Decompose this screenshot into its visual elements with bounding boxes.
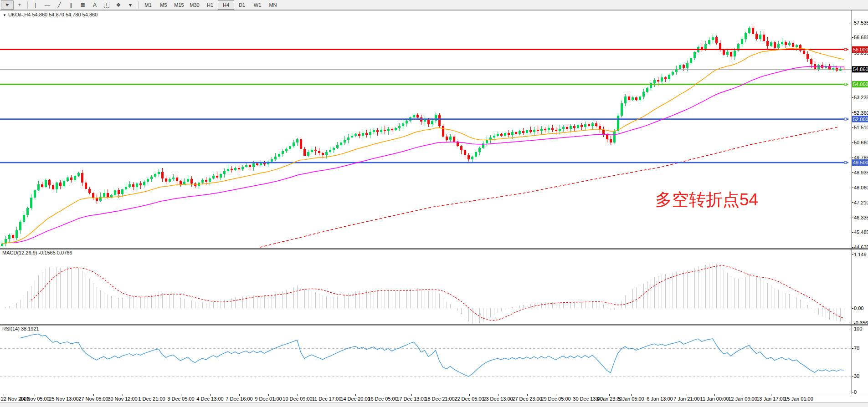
status-bar [0,402,868,407]
macd-indicator-label: MACD(12,26,9) -0.1565 0.0766 [2,250,72,255]
svg-text:27 Nov 05:00: 27 Nov 05:00 [78,396,108,402]
svg-text:5 Jan 05:00: 5 Jan 05:00 [618,396,644,402]
svg-text:11 Jan 00:00: 11 Jan 00:00 [700,396,729,402]
horizontal-line-tool-button[interactable]: — [41,1,53,9]
equidistant-channel-tool-icon: ∥ [70,2,72,8]
svg-text:49.500: 49.500 [853,160,868,165]
horizontal-line-tool-icon: — [45,2,50,8]
arrows-tool-icon: ❖ [116,2,121,8]
svg-text:30: 30 [854,373,859,379]
main-chart-canvas[interactable]: 57.53556.68555.81053.23552.36051.51050.6… [0,10,868,249]
svg-text:54.000: 54.000 [853,81,868,87]
svg-text:48.935: 48.935 [854,170,868,175]
svg-text:14 Dec 20:00: 14 Dec 20:00 [340,396,370,402]
svg-text:53.235: 53.235 [854,95,868,100]
svg-text:24 Nov 05:00: 24 Nov 05:00 [20,396,49,402]
svg-text:44.635: 44.635 [854,244,868,249]
svg-text:22 Dec 05:00: 22 Dec 05:00 [454,396,484,402]
timeframe-h4-button[interactable]: H4 [218,0,234,10]
timeframe-m30-button[interactable]: M30 [187,1,202,9]
svg-text:52.360: 52.360 [854,110,868,116]
toolbar-separator [27,1,28,9]
svg-text:48.060: 48.060 [854,185,868,190]
toolbar: ➤+|—╱∥≣AT❖▾M1M5M15M30H1H4D1W1MN [0,0,868,10]
svg-text:12 Jan 09:00: 12 Jan 09:00 [728,396,757,402]
svg-text:-0.3563: -0.3563 [854,320,868,325]
svg-text:50.660: 50.660 [854,140,868,145]
svg-text:46.335: 46.335 [854,215,868,220]
fibonacci-tool-icon: ≣ [81,1,86,8]
svg-text:23 Dec 13:00: 23 Dec 13:00 [483,396,513,402]
crosshair-tool-button[interactable]: + [14,1,26,9]
timeframe-w1-button[interactable]: W1 [250,1,265,9]
trendline-tool-icon: ╱ [57,2,61,8]
svg-text:15 Jan 01:00: 15 Jan 01:00 [784,396,813,402]
svg-text:17 Dec 13:00: 17 Dec 13:00 [396,396,426,402]
svg-text:29 Dec 05:00: 29 Dec 05:00 [541,396,570,402]
chart-title-text: UKOil-,H4 54.860 54.870 54.780 54.860 [8,12,98,17]
equidistant-channel-tool-button[interactable]: ∥ [65,1,77,9]
svg-text:51.510: 51.510 [854,125,868,130]
text-label-tool-icon: T [104,2,109,8]
svg-text:11 Dec 17:00: 11 Dec 17:00 [312,396,342,402]
fibonacci-tool-button[interactable]: ≣ [77,1,89,9]
svg-text:45.485: 45.485 [854,229,868,235]
svg-text:4 Dec 13:00: 4 Dec 13:00 [196,396,223,402]
svg-text:30 Nov 12:00: 30 Nov 12:00 [108,396,137,402]
svg-text:10 Dec 09:00: 10 Dec 09:00 [282,396,312,402]
svg-text:7 Jan 21:00: 7 Jan 21:00 [673,396,700,402]
vertical-line-tool-button[interactable]: | [30,1,41,9]
svg-text:47.210: 47.210 [854,200,868,205]
annotation-text[interactable]: 多空转折点54 [655,188,758,211]
arrows-tool-button[interactable]: ❖ [113,1,124,9]
svg-text:0: 0 [854,389,857,394]
timeframe-d1-button[interactable]: D1 [234,1,250,9]
svg-text:0.00: 0.00 [854,305,863,311]
arrows-dropdown[interactable]: ▾ [124,1,136,9]
svg-text:1.149: 1.149 [854,252,867,257]
chart-title[interactable]: ▼UKOil-,H4 54.860 54.870 54.780 54.860 [3,12,98,17]
macd-canvas[interactable]: 1.1490.00-0.3563 [0,249,868,325]
text-label-tool-button[interactable]: T [101,1,113,9]
timeframe-m15-button[interactable]: M15 [171,1,187,9]
time-axis[interactable]: 22 Nov 202024 Nov 05:0025 Nov 13:0027 No… [0,394,868,402]
svg-text:18 Dec 21:00: 18 Dec 21:00 [425,396,454,402]
svg-text:52.000: 52.000 [853,117,868,122]
rsi-indicator-label: RSI(14) 38.1921 [2,326,39,331]
arrows-dropdown-icon: ▾ [129,2,132,8]
text-tool-icon: A [93,2,97,8]
svg-text:56.000: 56.000 [853,47,868,52]
crosshair-tool-icon: + [18,2,21,8]
svg-text:7 Dec 16:00: 7 Dec 16:00 [226,396,252,402]
svg-text:3 Dec 05:00: 3 Dec 05:00 [167,396,194,402]
cursor-tool-button[interactable]: ➤ [1,0,14,10]
svg-text:100: 100 [854,326,862,331]
timeframe-m5-button[interactable]: M5 [156,1,171,9]
svg-text:70: 70 [854,346,859,351]
mt4-terminal-window: { "toolbar": { "tools": [ {"name": "curs… [0,0,868,407]
svg-text:6 Jan 13:00: 6 Jan 13:00 [647,396,673,402]
toolbar-separator [138,1,139,9]
svg-text:9 Dec 01:00: 9 Dec 01:00 [255,396,282,402]
svg-text:54.860: 54.860 [853,66,868,72]
trendline-tool-button[interactable]: ╱ [53,1,65,9]
svg-text:1 Dec 21:00: 1 Dec 21:00 [138,396,165,402]
vertical-line-tool-icon: | [35,2,36,8]
rsi-canvas[interactable]: 10070300 [0,325,868,394]
collapse-icon[interactable]: ▼ [3,13,6,17]
timeframe-mn-button[interactable]: MN [265,1,281,9]
svg-text:25 Nov 13:00: 25 Nov 13:00 [49,396,78,402]
svg-text:13 Jan 17:00: 13 Jan 17:00 [756,396,786,402]
cursor-tool-icon: ➤ [4,1,11,9]
timeframe-m1-button[interactable]: M1 [140,1,156,9]
timeframe-h1-button[interactable]: H1 [202,1,218,9]
svg-text:16 Dec 05:00: 16 Dec 05:00 [368,396,397,402]
text-tool-button[interactable]: A [89,1,101,9]
svg-text:57.535: 57.535 [854,20,868,25]
svg-text:27 Dec 23:00: 27 Dec 23:00 [512,396,542,402]
svg-text:56.685: 56.685 [854,35,868,40]
